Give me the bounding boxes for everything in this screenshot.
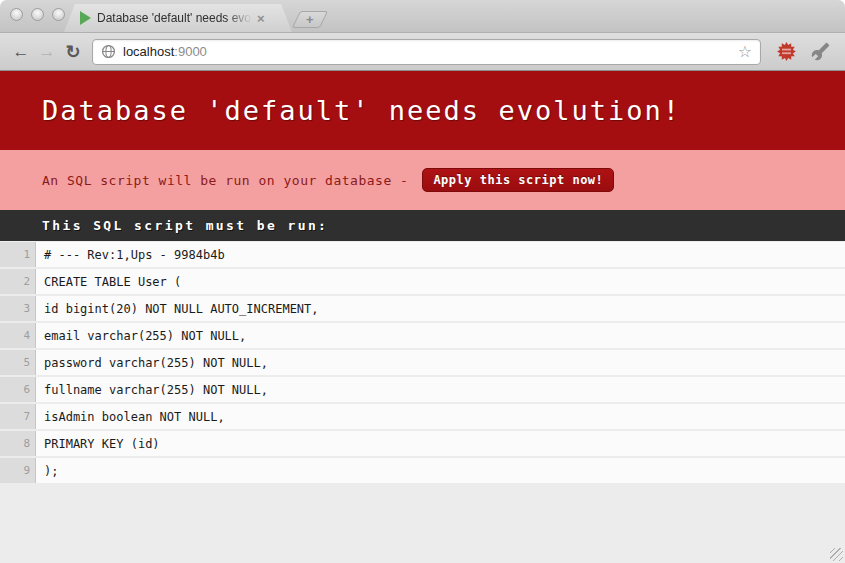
script-line: 3id bigint(20) NOT NULL AUTO_INCREMENT, [0, 296, 845, 321]
window-controls [10, 8, 65, 21]
script-line: 7isAdmin boolean NOT NULL, [0, 404, 845, 429]
page-title: Database 'default' needs evolution! [42, 95, 681, 126]
line-number: 9 [0, 458, 36, 483]
browser-tab[interactable]: Database 'default' needs evo × [64, 4, 292, 32]
script-line: 4email varchar(255) NOT NULL, [0, 323, 845, 348]
settings-wrench-icon[interactable] [811, 42, 830, 61]
plus-icon: + [306, 13, 314, 26]
line-number: 7 [0, 404, 36, 429]
browser-window: Database 'default' needs evo × + ← → ↻ l… [0, 0, 845, 563]
line-code: PRIMARY KEY (id) [36, 431, 845, 456]
script-line: 8PRIMARY KEY (id) [0, 431, 845, 456]
line-number: 2 [0, 269, 36, 294]
line-code: fullname varchar(255) NOT NULL, [36, 377, 845, 402]
url-port: :9000 [174, 44, 207, 59]
script-line: 1# --- Rev:1,Ups - 9984b4b [0, 242, 845, 267]
new-tab-button[interactable]: + [292, 11, 328, 28]
script-line: 5password varchar(255) NOT NULL, [0, 350, 845, 375]
line-code: CREATE TABLE User ( [36, 269, 845, 294]
extension-badge-icon[interactable] [776, 41, 797, 62]
globe-icon [101, 44, 116, 59]
bookmark-star-icon[interactable]: ☆ [738, 44, 752, 60]
line-code: id bigint(20) NOT NULL AUTO_INCREMENT, [36, 296, 845, 321]
line-number: 8 [0, 431, 36, 456]
line-code: # --- Rev:1,Ups - 9984b4b [36, 242, 845, 267]
script-line: 6fullname varchar(255) NOT NULL, [0, 377, 845, 402]
url-text: localhost:9000 [123, 44, 207, 59]
line-number: 4 [0, 323, 36, 348]
evolution-note: An SQL script will be run on your databa… [42, 173, 408, 188]
minimize-window-button[interactable] [31, 8, 44, 21]
close-window-button[interactable] [10, 8, 23, 21]
tab-close-icon[interactable]: × [257, 11, 265, 26]
play-favicon-icon [80, 11, 91, 25]
line-code: isAdmin boolean NOT NULL, [36, 404, 845, 429]
script-line: 9); [0, 458, 845, 483]
browser-toolbar: ← → ↻ localhost:9000 ☆ [0, 33, 845, 71]
line-code: password varchar(255) NOT NULL, [36, 350, 845, 375]
tab-strip: Database 'default' needs evo × + [0, 0, 845, 33]
forward-button[interactable]: → [34, 43, 60, 60]
error-banner: Database 'default' needs evolution! [0, 71, 845, 150]
line-number: 3 [0, 296, 36, 321]
line-number: 1 [0, 242, 36, 267]
zoom-window-button[interactable] [52, 8, 65, 21]
sql-script-lines: 1# --- Rev:1,Ups - 9984b4b2CREATE TABLE … [0, 241, 845, 483]
address-bar[interactable]: localhost:9000 ☆ [92, 39, 761, 65]
apply-script-button[interactable]: Apply this script now! [422, 168, 614, 192]
back-button[interactable]: ← [8, 43, 34, 60]
script-header-label: This SQL script must be run: [42, 218, 328, 233]
window-resize-grip[interactable] [830, 548, 843, 561]
url-host: localhost [123, 44, 174, 59]
tab-title: Database 'default' needs evo [97, 11, 255, 25]
evolution-note-band: An SQL script will be run on your databa… [0, 150, 845, 210]
line-code: email varchar(255) NOT NULL, [36, 323, 845, 348]
line-number: 5 [0, 350, 36, 375]
script-header-bar: This SQL script must be run: [0, 210, 845, 241]
page-content: Database 'default' needs evolution! An S… [0, 71, 845, 483]
line-number: 6 [0, 377, 36, 402]
reload-button[interactable]: ↻ [60, 43, 86, 61]
line-code: ); [36, 458, 845, 483]
script-line: 2CREATE TABLE User ( [0, 269, 845, 294]
